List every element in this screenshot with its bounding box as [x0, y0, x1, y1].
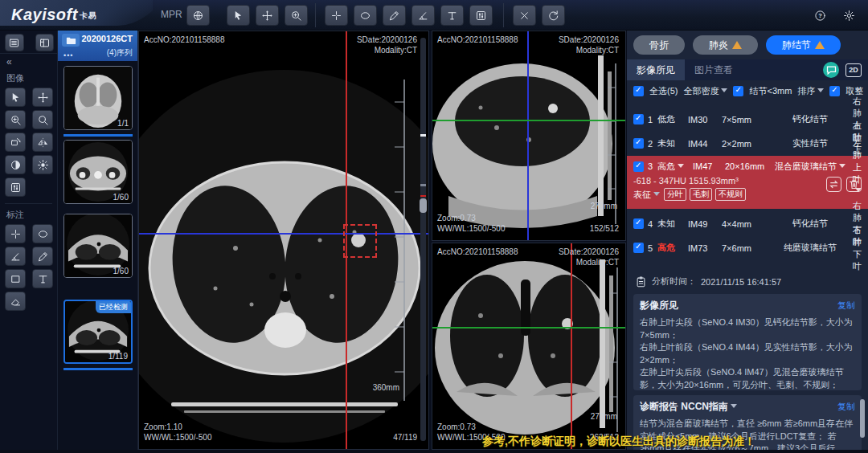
mode-pneumonia-button[interactable]: 肺炎 — [693, 35, 758, 55]
collapse-rail-button[interactable]: « — [0, 54, 57, 67]
pencil-tool-button[interactable] — [32, 247, 53, 266]
coronal-crosshair-horizontal[interactable] — [432, 327, 625, 329]
section-label-image: 图像 — [0, 67, 57, 86]
row-checkbox[interactable] — [633, 161, 644, 172]
eraser-tool-button[interactable] — [5, 292, 26, 311]
angle-tool-button[interactable] — [5, 247, 26, 266]
section-label-annotation: 标注 — [0, 204, 57, 222]
study-title: 20200126CT — [81, 34, 133, 43]
rotate-tool-button[interactable] — [5, 133, 26, 152]
series-thumbnail-4-selected[interactable]: 已经检测 1/119 — [63, 300, 133, 364]
caret-down-icon — [653, 192, 660, 196]
delete-nodule-button[interactable] — [846, 177, 862, 192]
more-menu-button[interactable]: ••• — [63, 51, 73, 59]
mpr-tool-button[interactable] — [186, 5, 210, 26]
mode-fracture-button[interactable]: 骨折 — [633, 35, 685, 55]
reset-icon — [547, 10, 559, 22]
density-dropdown[interactable]: 全部密度 — [683, 85, 727, 97]
close-tool-button[interactable] — [513, 5, 536, 26]
series-thumbnail-1[interactable]: 1/1 — [63, 66, 133, 130]
crosshair-tool-button[interactable] — [325, 5, 348, 26]
feature-dropdown[interactable]: 表征 — [633, 189, 660, 201]
zoom-in-icon — [290, 10, 302, 22]
viewport-sagittal[interactable]: AccNO:202101158888 SDate:20200126Modalit… — [432, 31, 626, 241]
angle-tool-button[interactable] — [411, 5, 435, 26]
detected-badge: 已经检测 — [96, 301, 131, 313]
nodule-row-5[interactable]: 5 高危 IM73 7×6mm 纯磨玻璃结节 右肺下叶 — [627, 236, 868, 259]
folder-button[interactable] — [62, 34, 80, 47]
mode-nodule-button[interactable]: 肺结节 — [766, 35, 841, 55]
series-list-button[interactable] — [5, 34, 24, 51]
swap-icon — [828, 178, 840, 190]
small-nodule-checkbox[interactable] — [733, 86, 743, 96]
cursor-tool-button[interactable] — [227, 5, 250, 26]
series-header[interactable]: 20200126CT ••• (4)序列 — [58, 31, 137, 61]
panel-scrollbar-thumb[interactable] — [860, 399, 865, 438]
feature-tags: 分叶毛刺不规则 — [664, 188, 746, 201]
axial-slice-scrollbar[interactable] — [420, 38, 426, 441]
row-checkbox[interactable] — [633, 114, 644, 124]
sagittal-crosshair-horizontal[interactable] — [432, 120, 625, 121]
crosshair-tool-button[interactable] — [5, 224, 26, 243]
invert-tool-button[interactable] — [5, 155, 26, 174]
settings-button[interactable] — [839, 6, 858, 25]
reset-tool-button[interactable] — [542, 5, 565, 26]
pan-tool-button[interactable] — [256, 5, 279, 26]
series-thumbnail-2[interactable]: 1/60 — [63, 140, 133, 204]
nodule-roi-box[interactable] — [343, 224, 377, 258]
nodule-row-3-selected[interactable]: 3 高危 IM47 20×16mm 混合磨玻璃结节 左肺上叶 -618 - 34… — [627, 156, 868, 209]
wwwl-tool-button[interactable] — [469, 5, 493, 26]
axial-crosshair-horizontal[interactable] — [139, 233, 428, 235]
text-tool-button[interactable] — [440, 5, 464, 26]
row-checkbox[interactable] — [633, 138, 644, 149]
zoom-in-tool-button[interactable] — [285, 5, 308, 26]
tab-findings[interactable]: 影像所见 — [627, 59, 685, 80]
ellipse-tool-button[interactable] — [32, 224, 53, 243]
pencil-tool-button[interactable] — [383, 5, 406, 26]
toolbar-divider — [503, 3, 504, 27]
series-thumbnail-3[interactable]: 1/60 — [63, 214, 133, 278]
row-checkbox[interactable] — [633, 243, 644, 253]
sagittal-crosshair-vertical[interactable] — [527, 31, 529, 240]
close-icon — [518, 10, 530, 22]
row-checkbox[interactable] — [633, 218, 644, 229]
feature-tag[interactable]: 毛刺 — [690, 188, 712, 201]
rect-tool-button[interactable] — [5, 269, 26, 288]
cursor-tool-button[interactable] — [5, 88, 26, 107]
layout-button[interactable] — [35, 34, 55, 51]
nodule-row-1[interactable]: 1 低危 IM30 7×5mm 钙化结节 右肺上叶 — [627, 108, 868, 131]
nodule-row-4[interactable]: 4 未知 IM49 4×4mm 钙化结节 右肺下叶 — [627, 212, 868, 235]
risk-dropdown[interactable]: 高危 — [657, 161, 693, 173]
coronal-crosshair-vertical[interactable] — [571, 243, 572, 449]
tab-image-view[interactable]: 图片查看 — [685, 59, 743, 80]
rail-top-buttons — [0, 31, 57, 54]
report-button[interactable] — [823, 62, 839, 78]
pan-icon — [261, 10, 273, 22]
select-all-checkbox[interactable] — [633, 86, 644, 96]
viewport-coronal[interactable]: AccNO:202101158888 SDate:20200126Modalit… — [432, 243, 626, 450]
search-tool-button[interactable] — [32, 110, 53, 129]
copy-report-button[interactable]: 复制 — [837, 401, 855, 413]
help-button[interactable]: ? — [810, 6, 829, 25]
scrollbar-thumb[interactable] — [420, 198, 427, 213]
wwwl-tool-button[interactable] — [5, 178, 26, 197]
relocate-nodule-button[interactable] — [826, 177, 841, 192]
copy-findings-button[interactable]: 复制 — [837, 300, 855, 312]
type-dropdown[interactable]: 混合磨玻璃结节 — [775, 161, 845, 173]
text-tool-button[interactable] — [32, 269, 53, 288]
ellipse-tool-button[interactable] — [354, 5, 377, 26]
sort-dropdown[interactable]: 排序 — [797, 85, 824, 97]
pan-tool-button[interactable] — [32, 88, 53, 107]
feature-tag[interactable]: 分叶 — [664, 188, 686, 201]
report-title[interactable]: 诊断报告 NCCN指南 — [640, 400, 737, 414]
annotation-tools-grid — [0, 222, 57, 311]
flip-tool-button[interactable] — [32, 133, 53, 152]
zoom-in-tool-button[interactable] — [5, 110, 26, 129]
thumbnail-count: 1/1 — [117, 119, 129, 128]
feature-tag[interactable]: 不规则 — [715, 188, 746, 201]
nodule-row-2[interactable]: 2 未知 IM44 2×2mm 实性结节 右肺上叶 — [627, 132, 868, 155]
round-checkbox[interactable] — [829, 86, 840, 96]
brightness-tool-button[interactable] — [32, 155, 53, 174]
view-2d-button[interactable]: 2D — [845, 63, 862, 77]
viewport-axial[interactable]: AccNO:202101158888 SDate:20200126Modalit… — [138, 31, 429, 450]
